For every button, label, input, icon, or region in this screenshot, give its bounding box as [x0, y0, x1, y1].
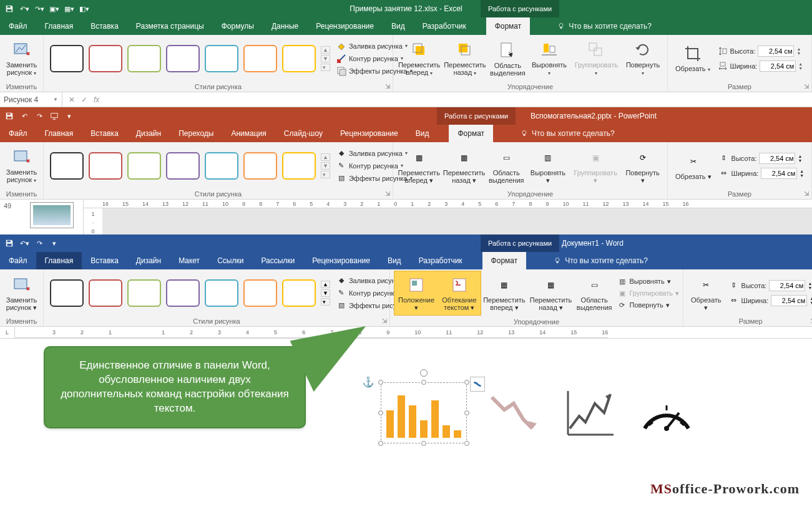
tab-insert[interactable]: Вставка — [82, 125, 127, 142]
tab-formulas[interactable]: Формулы — [213, 17, 263, 35]
tab-pagelayout[interactable]: Разметка страницы — [127, 17, 213, 35]
picture-style-7[interactable] — [282, 279, 316, 307]
picture-style-5[interactable] — [205, 45, 238, 72]
save-icon[interactable] — [4, 238, 15, 249]
height-input[interactable] — [759, 153, 795, 164]
tab-insert[interactable]: Вставка — [82, 252, 127, 269]
spin-down-icon[interactable]: ▼ — [798, 66, 803, 70]
tab-view[interactable]: Вид — [407, 125, 438, 142]
selected-picture[interactable] — [381, 382, 467, 443]
qat-extra3-icon[interactable]: ◧▾ — [79, 3, 90, 14]
dialog-launcher-icon[interactable]: ⇲ — [381, 317, 388, 324]
replace-picture-button[interactable]: Заменитьрисунок ▾ — [4, 39, 39, 79]
tab-design[interactable]: Дизайн — [127, 125, 170, 142]
qat-more-icon[interactable]: ▾ — [64, 110, 75, 122]
tab-mailings[interactable]: Рассылки — [252, 252, 303, 269]
picture-style-5[interactable] — [205, 279, 238, 307]
qat-extra2-icon[interactable]: ▦▾ — [64, 3, 75, 14]
undo-icon[interactable]: ↶▾ — [19, 238, 30, 249]
dialog-launcher-icon[interactable]: ⇲ — [809, 317, 812, 324]
gallery-more-icon[interactable]: ▾ — [321, 64, 330, 71]
picture-style-1[interactable] — [50, 152, 84, 180]
dialog-launcher-icon[interactable]: ⇲ — [803, 190, 810, 197]
selection-pane-button[interactable]: Областьвыделения — [488, 39, 527, 78]
enter-icon[interactable]: ✓ — [81, 95, 87, 104]
gallery-up-icon[interactable]: ▲ — [321, 46, 330, 54]
width-input[interactable] — [760, 60, 796, 72]
rotate-handle-icon[interactable] — [420, 369, 428, 377]
tab-format[interactable]: Формат — [486, 17, 531, 35]
bring-forward-button[interactable]: ▦Переместитьвперед ▾ — [481, 274, 528, 312]
tab-format[interactable]: Формат — [449, 125, 493, 142]
tab-references[interactable]: Ссылки — [208, 252, 252, 269]
tab-design[interactable]: Дизайн — [127, 252, 170, 269]
name-box[interactable]: Рисунок 4▼ — [0, 92, 62, 107]
horizontal-ruler[interactable]: 1615141312111098765432101234567891011121… — [84, 200, 812, 208]
position-button[interactable]: Положение▾ — [394, 271, 438, 315]
picture-style-1[interactable] — [50, 279, 84, 307]
width-input[interactable] — [771, 295, 807, 306]
picture-style-4[interactable] — [166, 279, 200, 307]
picture-style-4[interactable] — [166, 45, 200, 72]
send-backward-button[interactable]: ▦Переместитьназад ▾ — [442, 147, 486, 185]
picture-style-7[interactable] — [282, 45, 316, 72]
tab-slideshow[interactable]: Слайд-шоу — [275, 125, 331, 142]
send-backward-button[interactable]: ▦Переместитьназад ▾ — [527, 274, 574, 312]
dialog-launcher-icon[interactable]: ⇲ — [803, 82, 810, 90]
slide-thumbnail[interactable] — [30, 202, 74, 228]
bring-forward-button[interactable]: ▦Переместитьвперед ▾ — [397, 147, 441, 185]
picture-style-2[interactable] — [89, 279, 122, 307]
height-input[interactable] — [758, 46, 794, 57]
tab-insert[interactable]: Вставка — [82, 17, 127, 35]
tab-layout[interactable]: Макет — [170, 252, 208, 269]
tab-home[interactable]: Главная — [36, 17, 82, 35]
rotate-button[interactable]: Повернуть ▾ — [622, 39, 663, 79]
align-button[interactable]: ▥Выровнять ▾ — [617, 276, 680, 287]
crop-button[interactable]: Обрезать ▾ — [672, 42, 714, 75]
redo-icon[interactable]: ↷ — [34, 110, 45, 122]
tab-home[interactable]: Главная — [36, 252, 82, 269]
word-document-area[interactable]: Единственное отличие в панели Word, обус… — [0, 339, 812, 501]
layout-options-icon[interactable] — [470, 377, 485, 392]
selection-pane-button[interactable]: ▭Областьвыделения — [574, 274, 615, 312]
save-icon[interactable] — [4, 3, 15, 14]
cancel-icon[interactable]: ✕ — [69, 95, 75, 104]
bring-forward-button[interactable]: Переместитьвперед ▾ — [397, 39, 441, 79]
tab-view[interactable]: Вид — [379, 252, 410, 269]
send-backward-button[interactable]: Переместитьназад ▾ — [443, 39, 487, 79]
picture-style-6[interactable] — [243, 152, 277, 180]
width-input[interactable] — [761, 168, 797, 179]
picture-style-3[interactable] — [127, 152, 161, 180]
tab-file[interactable]: Файл — [0, 252, 36, 269]
tell-me-search[interactable]: Что вы хотите сделать? — [545, 252, 657, 269]
qat-extra1-icon[interactable]: ▣▾ — [49, 3, 60, 14]
tab-format[interactable]: Формат — [482, 252, 527, 269]
tab-animations[interactable]: Анимация — [222, 125, 275, 142]
dialog-launcher-icon[interactable]: ⇲ — [384, 190, 391, 197]
gallery-down-icon[interactable]: ▼ — [321, 55, 330, 62]
redo-icon[interactable]: ↷ — [34, 238, 45, 249]
gallery-up-icon[interactable]: ▲ — [321, 153, 330, 161]
wrap-text-button[interactable]: Обтеканиетекстом ▾ — [438, 271, 480, 315]
tell-me-search[interactable]: Что вы хотите сделать? — [512, 125, 624, 142]
replace-picture-button[interactable]: Заменитьрисунок ▾ — [4, 146, 39, 186]
gallery-down-icon[interactable]: ▼ — [321, 162, 330, 170]
tab-review[interactable]: Рецензирование — [331, 125, 407, 142]
tell-me-search[interactable]: Что вы хотите сделать? — [549, 17, 660, 35]
qat-more-icon[interactable]: ▾ — [49, 238, 60, 249]
tab-file[interactable]: Файл — [0, 17, 36, 35]
gallery-more-icon[interactable]: ▾ — [321, 171, 330, 178]
picture-style-3[interactable] — [127, 279, 161, 307]
tab-developer[interactable]: Разработчик — [410, 252, 471, 269]
crop-button[interactable]: ✂Обрезать ▾ — [687, 274, 725, 312]
tab-file[interactable]: Файл — [0, 125, 36, 142]
redo-icon[interactable]: ↷▾ — [34, 3, 45, 14]
selection-pane-button[interactable]: ▭Областьвыделения — [487, 147, 526, 185]
height-input[interactable] — [769, 280, 805, 291]
picture-style-2[interactable] — [89, 45, 122, 72]
spin-up-icon[interactable]: ▲ — [798, 62, 803, 66]
dialog-launcher-icon[interactable]: ⇲ — [384, 82, 391, 90]
start-slideshow-icon[interactable] — [49, 110, 60, 122]
tab-review[interactable]: Рецензирование — [303, 252, 379, 269]
picture-style-1[interactable] — [50, 45, 84, 72]
